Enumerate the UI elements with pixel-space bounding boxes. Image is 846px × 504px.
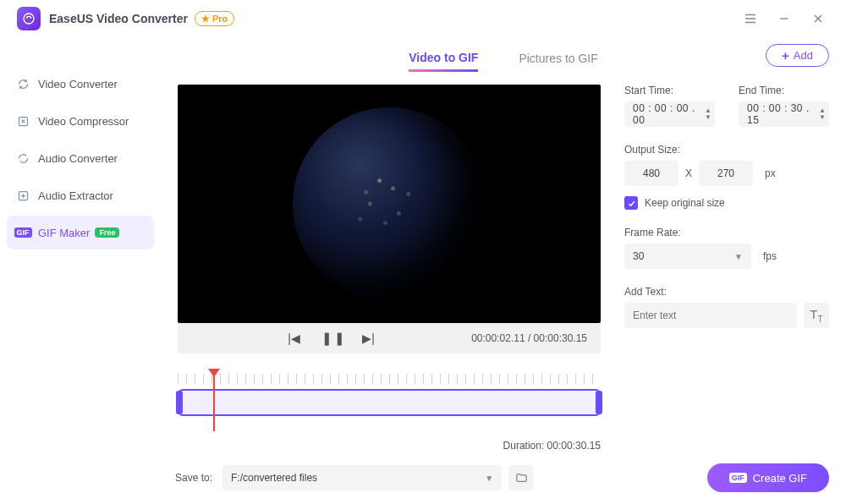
text-style-button[interactable]: TT xyxy=(804,303,829,328)
pause-button[interactable]: ❚❚ xyxy=(321,331,342,346)
frame-rate-select[interactable]: 30 ▼ xyxy=(624,244,751,269)
next-button[interactable]: ▶| xyxy=(359,331,379,345)
add-text-label: Add Text: xyxy=(624,286,829,298)
start-time-input[interactable]: 00 : 00 : 00 . 00 ▲▼ xyxy=(624,101,715,127)
sidebar-item-label: Audio Converter xyxy=(38,152,118,165)
playhead-marker[interactable] xyxy=(213,370,215,431)
sidebar-item-video-compressor[interactable]: Video Compressor xyxy=(7,104,154,138)
pro-badge: ★Pro xyxy=(195,11,234,26)
previous-button[interactable]: |◀ xyxy=(284,331,305,345)
duration-display: Duration: 00:00:30.15 xyxy=(178,440,601,452)
video-content-globe xyxy=(293,107,486,300)
start-time-label: Start Time: xyxy=(624,85,715,96)
sidebar-item-gif-maker[interactable]: GIF GIF Maker Free xyxy=(7,216,154,249)
spin-down-icon[interactable]: ▼ xyxy=(705,114,711,121)
chevron-down-icon: ▼ xyxy=(734,252,743,261)
gif-badge-icon: GIF xyxy=(729,473,747,483)
add-text-input[interactable] xyxy=(624,303,797,328)
extract-icon xyxy=(15,189,30,202)
chevron-down-icon: ▼ xyxy=(485,474,493,483)
range-handle-end[interactable] xyxy=(596,391,602,414)
frame-rate-label: Frame Rate: xyxy=(624,227,829,238)
text-icon: TT xyxy=(810,307,822,324)
sidebar-item-video-converter[interactable]: Video Converter xyxy=(7,67,154,101)
folder-icon xyxy=(515,472,528,485)
end-time-label: End Time: xyxy=(739,85,829,96)
timeline[interactable] xyxy=(178,374,601,435)
audio-refresh-icon xyxy=(15,152,30,165)
app-logo-icon xyxy=(17,7,41,30)
save-to-label: Save to: xyxy=(175,472,212,484)
plus-icon: + xyxy=(782,48,789,63)
output-size-label: Output Size: xyxy=(624,144,829,156)
tab-video-to-gif[interactable]: Video to GIF xyxy=(409,51,478,72)
video-preview[interactable] xyxy=(178,85,601,323)
svg-point-0 xyxy=(24,14,34,24)
gif-icon: GIF xyxy=(15,227,30,238)
time-display: 00:00:02.11 / 00:00:30.15 xyxy=(471,332,587,344)
menu-icon[interactable] xyxy=(739,8,761,30)
spin-down-icon[interactable]: ▼ xyxy=(819,114,826,121)
app-title: EaseUS Video Converter xyxy=(49,12,188,25)
tab-pictures-to-gif[interactable]: Pictures to GIF xyxy=(519,52,597,70)
keep-original-label: Keep original size xyxy=(645,197,725,209)
end-time-input[interactable]: 00 : 00 : 30 . 15 ▲▼ xyxy=(739,101,829,127)
range-handle-start[interactable] xyxy=(176,391,183,414)
free-badge: Free xyxy=(95,227,119,238)
width-input[interactable] xyxy=(624,161,678,186)
refresh-icon xyxy=(15,78,30,90)
px-label: px xyxy=(765,167,776,179)
sidebar-item-label: Video Compressor xyxy=(38,115,129,128)
keep-original-checkbox[interactable] xyxy=(624,196,638,210)
save-to-select[interactable]: F:/convertered files ▼ xyxy=(222,465,502,490)
timeline-ruler xyxy=(178,374,601,384)
open-folder-button[interactable] xyxy=(508,465,534,490)
timeline-range[interactable] xyxy=(178,389,601,416)
close-button[interactable] xyxy=(807,8,829,30)
minimize-button[interactable] xyxy=(773,8,795,30)
sidebar-item-label: Video Converter xyxy=(38,78,118,90)
add-button[interactable]: +Add xyxy=(766,44,829,67)
create-gif-button[interactable]: GIF Create GIF xyxy=(707,463,829,492)
sidebar-item-audio-extractor[interactable]: Audio Extractor xyxy=(7,178,154,212)
compress-icon xyxy=(15,115,30,128)
sidebar-item-audio-converter[interactable]: Audio Converter xyxy=(7,141,154,175)
sidebar-item-label: Audio Extractor xyxy=(38,189,113,202)
height-input[interactable] xyxy=(699,161,753,186)
fps-label: fps xyxy=(763,250,777,262)
sidebar-item-label: GIF Maker xyxy=(38,227,90,239)
star-icon: ★ xyxy=(201,14,210,25)
x-label: X xyxy=(685,167,692,179)
sidebar: Video Converter Video Compressor Audio C… xyxy=(0,37,161,504)
